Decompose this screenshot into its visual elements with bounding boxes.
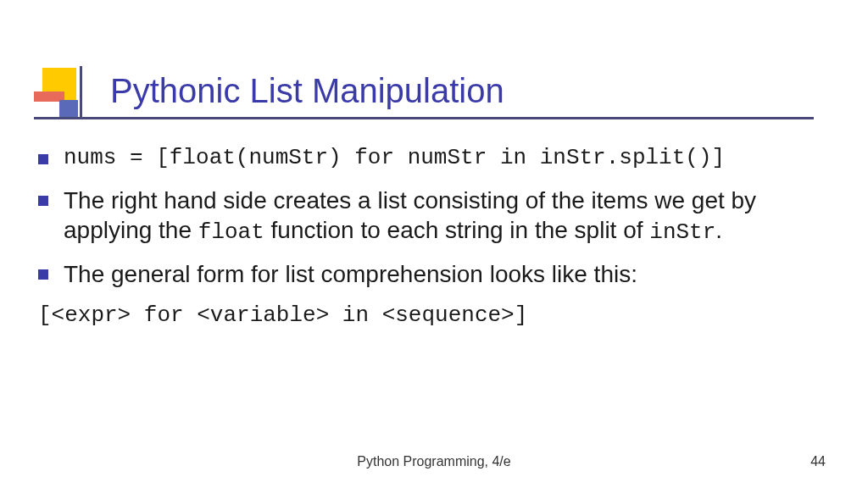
code-run: float [198,219,264,245]
bullet-text: The right hand side creates a list consi… [64,186,835,247]
slide-title: Pythonic List Manipulation [110,72,504,110]
text-run: The general form for list comprehension … [64,261,637,287]
bullet-item: The right hand side creates a list consi… [38,186,835,247]
bullet-item: nums = [float(numStr) for numStr in inSt… [38,144,835,172]
bullet-icon [38,196,48,206]
text-run: function to each string in the split of [264,217,649,243]
bullet-icon [38,154,48,164]
slide-content: nums = [float(numStr) for numStr in inSt… [38,144,835,340]
title-decoration [34,68,85,119]
text-run: . [715,217,722,243]
bullet-text-code: nums = [float(numStr) for numStr in inSt… [64,144,725,172]
bullet-item: The general form for list comprehension … [38,259,835,289]
page-number: 44 [810,454,826,469]
deco-blue-square [59,100,78,119]
code-template-line: [<expr> for <variable> in <sequence>] [38,302,835,328]
title-line-vertical [80,66,82,119]
title-line-horizontal [34,117,814,119]
footer-center: Python Programming, 4/e [0,454,868,469]
bullet-icon [38,269,48,280]
code-run: inStr [649,219,715,245]
bullet-text: The general form for list comprehension … [64,259,637,289]
